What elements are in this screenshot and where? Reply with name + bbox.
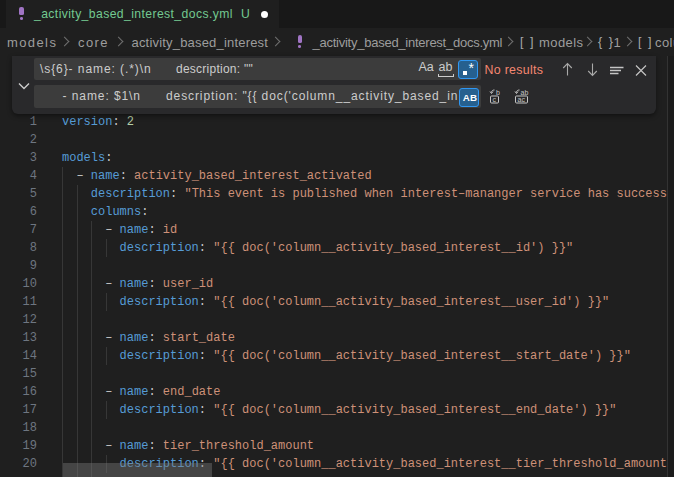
- svg-text:b: b: [496, 89, 500, 96]
- svg-text:ac: ac: [518, 96, 526, 103]
- svg-text:c: c: [493, 96, 497, 103]
- svg-text:ab: ab: [521, 89, 529, 96]
